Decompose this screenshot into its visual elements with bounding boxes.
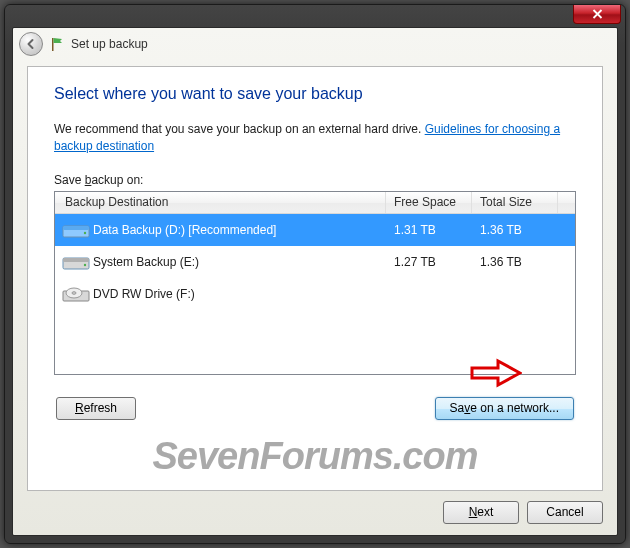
backup-flag-icon [49,36,65,52]
back-button[interactable] [19,32,43,56]
destination-row[interactable]: Data Backup (D:) [Recommended] 1.31 TB 1… [55,214,575,246]
svg-point-9 [72,291,76,294]
hdd-drive-icon [62,221,90,239]
col-scroll-spacer [558,192,575,213]
destination-row[interactable]: System Backup (E:) 1.27 TB 1.36 TB [55,246,575,278]
command-area: Next Cancel [27,497,603,527]
wizard-window: Set up backup Select where you want to s… [4,4,626,544]
recommendation-text: We recommend that you save your backup o… [54,121,576,155]
col-free-space[interactable]: Free Space [386,192,472,213]
row-icon [55,285,91,303]
wizard-body: Select where you want to save your backu… [27,66,603,491]
destination-list: Backup Destination Free Space Total Size… [54,191,576,375]
wizard-title: Set up backup [71,37,148,51]
hdd-drive-icon [62,253,90,271]
save-backup-label: Save backup on: [54,173,576,187]
svg-rect-2 [63,226,89,230]
row-name: DVD RW Drive (F:) [91,287,386,301]
save-on-network-button[interactable]: Save on a network... [435,397,574,420]
back-arrow-icon [25,38,37,50]
svg-rect-5 [63,258,89,262]
row-name: System Backup (E:) [91,255,386,269]
destination-row[interactable]: DVD RW Drive (F:) [55,278,575,310]
close-icon [592,9,603,19]
col-total-size[interactable]: Total Size [472,192,558,213]
list-header: Backup Destination Free Space Total Size [55,192,575,214]
close-button[interactable] [573,5,621,24]
cancel-button[interactable]: Cancel [527,501,603,524]
row-name: Data Backup (D:) [Recommended] [91,223,386,237]
row-total-size: 1.36 TB [472,223,558,237]
col-destination[interactable]: Backup Destination [55,192,386,213]
page-heading: Select where you want to save your backu… [54,85,576,103]
svg-point-6 [84,263,86,265]
row-free-space: 1.31 TB [386,223,472,237]
row-total-size: 1.36 TB [472,255,558,269]
button-row: Refresh Save on a network... [54,397,576,420]
wizard-header: Set up backup [13,28,617,60]
recommendation-prefix: We recommend that you save your backup o… [54,122,425,136]
refresh-button[interactable]: Refresh [56,397,136,420]
client-area: Set up backup Select where you want to s… [12,27,618,536]
titlebar [5,5,625,27]
row-free-space: 1.27 TB [386,255,472,269]
dvd-drive-icon [62,285,90,303]
next-button[interactable]: Next [443,501,519,524]
svg-rect-0 [52,38,54,51]
row-icon [55,253,91,271]
svg-point-3 [84,231,86,233]
row-icon [55,221,91,239]
